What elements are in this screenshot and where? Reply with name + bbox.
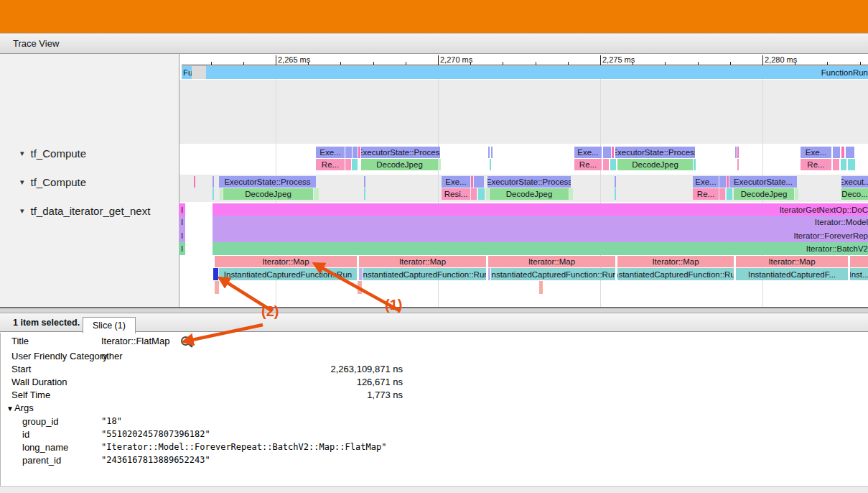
compute2-ops-slice[interactable] (719, 188, 725, 200)
instantiated-captured-function-slice[interactable]: InstantiatedCapturedFunction::Run (363, 268, 486, 280)
function-run-slice[interactable] (192, 66, 206, 79)
compute2-executor-slice[interactable] (615, 176, 616, 188)
sidebar-item-tf-compute-2[interactable]: tf_Compute (20, 176, 86, 188)
compute1-ops-slice[interactable] (345, 159, 351, 170)
compute1-executor-slice[interactable] (737, 147, 739, 158)
compute1-executor-slice[interactable]: Exe... (801, 147, 831, 158)
compute2-executor-slice[interactable]: ExecutorState... (729, 176, 797, 188)
compute1-ops-slice[interactable] (848, 159, 855, 170)
compute2-executor-slice[interactable]: ExecutorState::Process (487, 176, 571, 188)
magnifier-icon[interactable] (181, 336, 190, 346)
iterator-getnextop-slice[interactable]: IteratorGetNextOp::DoC (213, 203, 868, 216)
iterator-map-slice[interactable]: Iterator::Map (359, 256, 486, 267)
compute2-ops-slice[interactable]: Resi... (442, 188, 470, 200)
sidebar-item-tf-data-iterator-get-next[interactable]: tf_data_iterator_get_next (20, 205, 150, 217)
iterator-getnextop-slice[interactable]: I (179, 203, 185, 216)
collapse-caret-icon[interactable] (20, 149, 24, 158)
iterator-map-slice[interactable]: Iterator::Map (736, 256, 848, 267)
instantiated-captured-function-slice[interactable]: InstantiatedCapturedF... (736, 268, 848, 280)
compute2-ops-slice[interactable]: DecodeJpeg (490, 188, 569, 200)
instantiated-captured-function-slice[interactable] (488, 268, 490, 280)
compute2-ops-slice[interactable] (569, 188, 573, 200)
compute2-ops-slice[interactable] (220, 188, 223, 200)
flatmap-ticks-slice[interactable] (215, 281, 219, 294)
compute1-ops-slice[interactable] (490, 159, 491, 170)
instantiated-captured-function-slice[interactable] (359, 268, 363, 280)
iterator-map-slice[interactable]: Iterator::Map (215, 256, 357, 267)
instantiated-captured-function-slice[interactable]: InstantiatedCapturedFunction::Run (219, 268, 357, 280)
compute2-ops-slice[interactable] (486, 188, 489, 200)
compute1-executor-slice[interactable] (612, 147, 614, 158)
compute2-executor-slice[interactable] (194, 176, 195, 188)
function-run-slice[interactable]: FunctionRun (206, 66, 868, 79)
sidebar-item-tf-compute-1[interactable]: tf_Compute (20, 147, 86, 160)
iterator-model-slice[interactable]: Iterator::Model (213, 216, 868, 229)
compute1-ops-slice[interactable] (841, 159, 846, 170)
compute1-ops-slice[interactable] (439, 159, 441, 170)
instantiated-captured-function-slice[interactable]: InstantiatedCapturedFunction::Run (491, 268, 615, 280)
compute2-executor-slice[interactable]: Exe... (442, 176, 470, 188)
compute1-ops-slice[interactable] (694, 159, 696, 170)
compute2-executor-slice[interactable] (727, 176, 729, 188)
iterator-foreverrepeat-slice[interactable]: Iterator::ForeverRep (213, 229, 868, 242)
compute1-executor-slice[interactable]: Exe... (574, 147, 602, 158)
compute2-executor-slice[interactable]: Exe... (693, 176, 719, 188)
compute1-executor-slice[interactable]: ExecutorState::Process (615, 147, 695, 158)
compute1-executor-slice[interactable] (488, 147, 490, 158)
tab-slice[interactable]: Slice (1) (83, 317, 136, 333)
compute1-ops-slice[interactable] (603, 159, 609, 170)
iterator-foreverrepeat-slice[interactable]: I (179, 229, 185, 242)
compute2-executor-slice[interactable]: ExecutorState::Process (219, 176, 316, 188)
compute1-executor-slice[interactable] (833, 147, 840, 158)
compute1-executor-slice[interactable] (603, 147, 611, 158)
compute1-ops-slice[interactable] (610, 159, 616, 170)
iterator-map-slice[interactable]: Iterator::Map (617, 256, 734, 267)
compute1-ops-slice[interactable]: DecodeJpeg (361, 159, 438, 170)
compute2-executor-slice[interactable] (719, 176, 726, 188)
collapse-caret-icon[interactable] (20, 206, 24, 216)
compute1-executor-slice[interactable] (491, 147, 493, 158)
compute2-ops-slice[interactable] (795, 188, 798, 200)
compute2-executor-slice[interactable] (213, 176, 214, 188)
compute1-executor-slice[interactable]: Exe... (316, 147, 345, 158)
args-section-toggle[interactable]: Args (6, 402, 34, 413)
flatmap-ticks-slice[interactable] (539, 281, 543, 294)
instantiated-captured-function-slice[interactable]: Inst... (850, 268, 868, 280)
compute2-ops-slice[interactable] (478, 188, 485, 200)
compute1-ops-slice[interactable]: DecodeJpeg (617, 159, 693, 170)
iterator-map-slice[interactable] (850, 256, 868, 267)
compute1-executor-slice[interactable] (735, 147, 737, 158)
iterator-batchv2-slice[interactable]: I (179, 242, 185, 255)
timeline-ruler[interactable]: 2,265 ms2,270 ms2,275 ms2,280 ms (182, 55, 868, 65)
compute2-executor-slice[interactable] (364, 176, 365, 188)
compute2-ops-slice[interactable] (471, 188, 477, 200)
compute1-executor-slice[interactable] (358, 147, 360, 158)
compute2-executor-slice[interactable]: Execut... (841, 176, 868, 188)
compute1-ops-slice[interactable] (737, 159, 739, 170)
instantiated-captured-function-slice[interactable]: InstantiatedCapturedFunction::Run (617, 268, 734, 280)
compute1-ops-slice[interactable]: Re... (316, 159, 345, 170)
compute2-ops-slice[interactable]: Deco... (841, 188, 868, 200)
compute2-ops-slice[interactable] (364, 188, 365, 200)
compute1-ops-slice[interactable] (833, 159, 839, 170)
compute1-executor-slice[interactable] (353, 147, 358, 158)
flatmap-ticks-slice[interactable] (358, 281, 362, 294)
instantiated-captured-function-slice[interactable] (213, 268, 218, 280)
iterator-batchv2-slice[interactable]: Iterator::BatchV2 (213, 242, 868, 255)
compute2-executor-slice[interactable] (471, 176, 473, 188)
compute2-ops-slice[interactable]: Re... (693, 188, 719, 200)
iterator-map-slice[interactable]: Iterator::Map (488, 256, 615, 267)
compute1-ops-slice[interactable]: Re... (801, 159, 831, 170)
compute1-executor-slice[interactable] (841, 147, 844, 158)
expand-caret-icon[interactable] (6, 405, 14, 413)
compute2-ops-slice[interactable]: DecodeJpeg (223, 188, 313, 200)
compute2-ops-slice[interactable] (314, 188, 319, 200)
compute1-executor-slice[interactable] (345, 147, 352, 158)
compute2-ops-slice[interactable] (213, 188, 214, 200)
iterator-model-slice[interactable]: I (179, 216, 185, 229)
compute2-executor-slice[interactable] (474, 176, 484, 188)
compute1-executor-slice[interactable] (846, 147, 854, 158)
compute2-ops-slice[interactable]: DecodeJpeg (734, 188, 794, 200)
panel-splitter[interactable] (0, 307, 868, 313)
compute1-ops-slice[interactable]: Re... (574, 159, 602, 170)
